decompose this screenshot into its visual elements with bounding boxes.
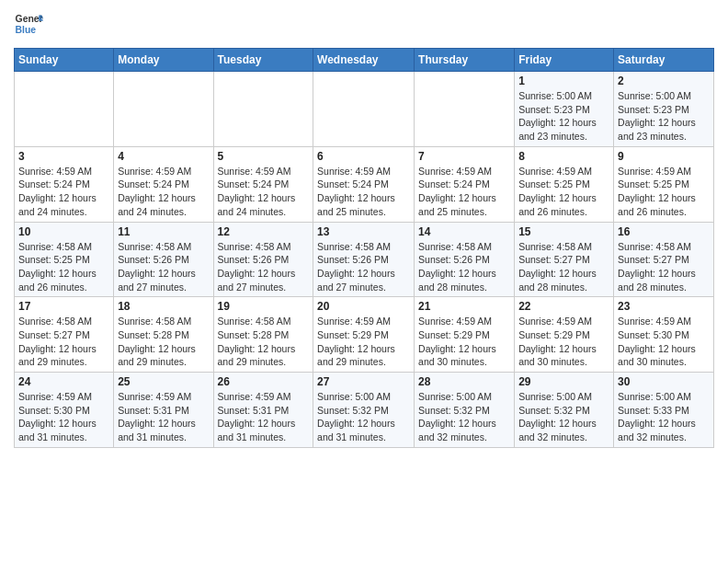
calendar-day-cell: 8Sunrise: 4:59 AM Sunset: 5:25 PM Daylig… (515, 146, 614, 222)
day-detail: Sunrise: 4:59 AM Sunset: 5:24 PM Dayligh… (418, 165, 510, 219)
day-detail: Sunrise: 4:58 AM Sunset: 5:27 PM Dayligh… (18, 315, 109, 369)
day-number: 29 (518, 375, 609, 388)
calendar-week-row: 17Sunrise: 4:58 AM Sunset: 5:27 PM Dayli… (15, 297, 714, 373)
calendar-day-cell: 22Sunrise: 4:59 AM Sunset: 5:29 PM Dayli… (515, 297, 614, 373)
calendar-header-row: SundayMondayTuesdayWednesdayThursdayFrid… (15, 49, 714, 72)
day-detail: Sunrise: 5:00 AM Sunset: 5:32 PM Dayligh… (518, 390, 609, 444)
calendar-day-cell: 18Sunrise: 4:58 AM Sunset: 5:28 PM Dayli… (114, 297, 213, 373)
page: General Blue SundayMondayTuesdayWednesda… (0, 0, 728, 462)
day-detail: Sunrise: 5:00 AM Sunset: 5:23 PM Dayligh… (518, 89, 609, 144)
calendar-day-cell: 2Sunrise: 5:00 AM Sunset: 5:23 PM Daylig… (614, 72, 714, 147)
day-detail: Sunrise: 4:59 AM Sunset: 5:24 PM Dayligh… (317, 165, 410, 219)
day-detail: Sunrise: 4:58 AM Sunset: 5:28 PM Dayligh… (118, 315, 209, 369)
day-number: 22 (518, 300, 609, 313)
day-number: 21 (418, 300, 510, 313)
calendar-day-cell: 7Sunrise: 4:59 AM Sunset: 5:24 PM Daylig… (415, 146, 515, 222)
weekday-header: Sunday (15, 49, 114, 72)
calendar-day-cell: 28Sunrise: 5:00 AM Sunset: 5:32 PM Dayli… (415, 373, 515, 448)
day-number: 1 (518, 75, 609, 87)
day-detail: Sunrise: 4:58 AM Sunset: 5:25 PM Dayligh… (18, 240, 109, 294)
day-detail: Sunrise: 4:58 AM Sunset: 5:26 PM Dayligh… (218, 240, 310, 294)
calendar-day-cell: 29Sunrise: 5:00 AM Sunset: 5:32 PM Dayli… (515, 373, 614, 448)
day-detail: Sunrise: 4:59 AM Sunset: 5:31 PM Dayligh… (218, 390, 310, 444)
svg-text:Blue: Blue (16, 25, 37, 35)
calendar-day-cell: 14Sunrise: 4:58 AM Sunset: 5:26 PM Dayli… (415, 222, 515, 297)
calendar-day-cell: 3Sunrise: 4:59 AM Sunset: 5:24 PM Daylig… (15, 146, 114, 222)
day-number: 24 (18, 375, 109, 388)
calendar-day-cell: 26Sunrise: 4:59 AM Sunset: 5:31 PM Dayli… (213, 373, 313, 448)
calendar-day-cell: 24Sunrise: 4:59 AM Sunset: 5:30 PM Dayli… (15, 373, 114, 448)
calendar-day-cell: 4Sunrise: 4:59 AM Sunset: 5:24 PM Daylig… (114, 146, 213, 222)
day-number: 8 (518, 150, 609, 163)
day-number: 4 (118, 150, 209, 163)
day-number: 15 (518, 225, 609, 238)
calendar-day-cell: 15Sunrise: 4:58 AM Sunset: 5:27 PM Dayli… (515, 222, 614, 297)
day-number: 3 (18, 150, 109, 163)
day-number: 9 (618, 150, 710, 163)
day-detail: Sunrise: 4:58 AM Sunset: 5:28 PM Dayligh… (218, 315, 310, 369)
calendar-week-row: 24Sunrise: 4:59 AM Sunset: 5:30 PM Dayli… (15, 373, 714, 448)
calendar-day-cell (213, 72, 313, 147)
header: General Blue (14, 9, 714, 39)
day-number: 16 (618, 225, 710, 238)
calendar-day-cell: 25Sunrise: 4:59 AM Sunset: 5:31 PM Dayli… (114, 373, 213, 448)
day-detail: Sunrise: 5:00 AM Sunset: 5:32 PM Dayligh… (317, 390, 410, 444)
day-detail: Sunrise: 4:59 AM Sunset: 5:25 PM Dayligh… (618, 165, 710, 219)
day-number: 23 (618, 300, 710, 313)
calendar-week-row: 3Sunrise: 4:59 AM Sunset: 5:24 PM Daylig… (15, 146, 714, 222)
day-detail: Sunrise: 4:59 AM Sunset: 5:24 PM Dayligh… (118, 165, 209, 219)
logo: General Blue (14, 9, 43, 39)
day-number: 25 (118, 375, 209, 388)
day-detail: Sunrise: 4:59 AM Sunset: 5:30 PM Dayligh… (618, 315, 710, 369)
day-detail: Sunrise: 4:59 AM Sunset: 5:30 PM Dayligh… (18, 390, 109, 444)
calendar-day-cell: 27Sunrise: 5:00 AM Sunset: 5:32 PM Dayli… (313, 373, 415, 448)
day-detail: Sunrise: 4:58 AM Sunset: 5:26 PM Dayligh… (118, 240, 209, 294)
day-number: 2 (618, 75, 710, 87)
calendar-day-cell: 20Sunrise: 4:59 AM Sunset: 5:29 PM Dayli… (313, 297, 415, 373)
calendar-table: SundayMondayTuesdayWednesdayThursdayFrid… (14, 48, 714, 448)
day-number: 5 (218, 150, 310, 163)
weekday-header: Monday (114, 49, 213, 72)
weekday-header: Thursday (415, 49, 515, 72)
calendar-day-cell: 17Sunrise: 4:58 AM Sunset: 5:27 PM Dayli… (15, 297, 114, 373)
day-number: 28 (418, 375, 510, 388)
day-detail: Sunrise: 4:59 AM Sunset: 5:24 PM Dayligh… (218, 165, 310, 219)
calendar-day-cell: 23Sunrise: 4:59 AM Sunset: 5:30 PM Dayli… (614, 297, 714, 373)
day-detail: Sunrise: 4:59 AM Sunset: 5:24 PM Dayligh… (18, 165, 109, 219)
day-detail: Sunrise: 4:59 AM Sunset: 5:25 PM Dayligh… (518, 165, 609, 219)
day-number: 13 (317, 225, 410, 238)
calendar-day-cell: 12Sunrise: 4:58 AM Sunset: 5:26 PM Dayli… (213, 222, 313, 297)
weekday-header: Tuesday (213, 49, 313, 72)
day-detail: Sunrise: 4:59 AM Sunset: 5:29 PM Dayligh… (317, 315, 410, 369)
day-detail: Sunrise: 4:58 AM Sunset: 5:26 PM Dayligh… (317, 240, 410, 294)
day-number: 18 (118, 300, 209, 313)
day-number: 7 (418, 150, 510, 163)
calendar-day-cell (313, 72, 415, 147)
day-detail: Sunrise: 4:59 AM Sunset: 5:31 PM Dayligh… (118, 390, 209, 444)
day-number: 11 (118, 225, 209, 238)
calendar-day-cell (114, 72, 213, 147)
day-detail: Sunrise: 4:58 AM Sunset: 5:27 PM Dayligh… (518, 240, 609, 294)
calendar-day-cell: 6Sunrise: 4:59 AM Sunset: 5:24 PM Daylig… (313, 146, 415, 222)
day-number: 26 (218, 375, 310, 388)
day-number: 20 (317, 300, 410, 313)
calendar-day-cell: 5Sunrise: 4:59 AM Sunset: 5:24 PM Daylig… (213, 146, 313, 222)
calendar-week-row: 1Sunrise: 5:00 AM Sunset: 5:23 PM Daylig… (15, 72, 714, 147)
day-number: 17 (18, 300, 109, 313)
day-detail: Sunrise: 5:00 AM Sunset: 5:23 PM Dayligh… (618, 89, 710, 144)
calendar-day-cell: 30Sunrise: 5:00 AM Sunset: 5:33 PM Dayli… (614, 373, 714, 448)
day-number: 6 (317, 150, 410, 163)
calendar-day-cell: 9Sunrise: 4:59 AM Sunset: 5:25 PM Daylig… (614, 146, 714, 222)
calendar-day-cell: 11Sunrise: 4:58 AM Sunset: 5:26 PM Dayli… (114, 222, 213, 297)
weekday-header: Wednesday (313, 49, 415, 72)
day-number: 19 (218, 300, 310, 313)
calendar-day-cell: 13Sunrise: 4:58 AM Sunset: 5:26 PM Dayli… (313, 222, 415, 297)
day-number: 30 (618, 375, 710, 388)
day-number: 14 (418, 225, 510, 238)
day-detail: Sunrise: 5:00 AM Sunset: 5:32 PM Dayligh… (418, 390, 510, 444)
day-number: 12 (218, 225, 310, 238)
calendar-day-cell (415, 72, 515, 147)
day-number: 10 (18, 225, 109, 238)
day-number: 27 (317, 375, 410, 388)
day-detail: Sunrise: 4:58 AM Sunset: 5:26 PM Dayligh… (418, 240, 510, 294)
